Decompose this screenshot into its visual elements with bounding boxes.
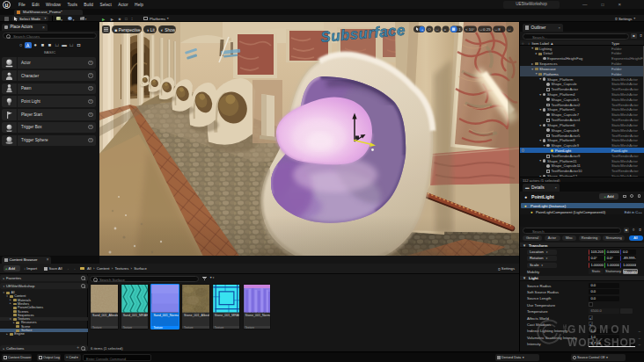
svg-text:□ 0.25: □ 0.25: [479, 27, 491, 32]
svg-text:□: □: [509, 27, 511, 32]
svg-text:□ 8: □ 8: [494, 27, 501, 32]
svg-text:■ Perspective: ■ Perspective: [115, 28, 142, 33]
svg-text:□: □: [435, 27, 438, 32]
svg-text:=: =: [444, 27, 447, 32]
svg-text:< 10°: < 10°: [465, 27, 475, 32]
svg-text:O: O: [428, 27, 431, 32]
svg-text:+: +: [421, 27, 424, 32]
svg-text:◑ Lit: ◑ Lit: [147, 28, 156, 33]
svg-text:◐ Show: ◐ Show: [161, 28, 176, 33]
